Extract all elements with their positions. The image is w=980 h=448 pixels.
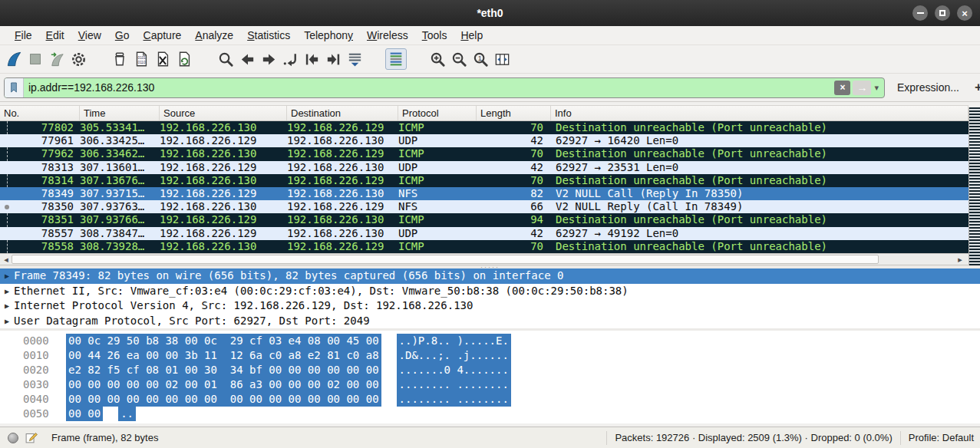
filter-history-caret[interactable]: ▾ bbox=[874, 83, 879, 93]
scroll-left-arrow[interactable]: ◂ bbox=[1, 254, 12, 265]
open-file-button[interactable] bbox=[109, 48, 130, 70]
packet-list-minimap-scrollbar[interactable] bbox=[968, 107, 980, 265]
hex-row-0010[interactable]: 001000 44 26 ea 00 00 3b 11 12 6a c0 a8 … bbox=[0, 348, 980, 363]
hex-ascii[interactable]: .. bbox=[118, 407, 136, 421]
close-file-button[interactable] bbox=[152, 48, 173, 70]
packet-row-78350[interactable]: 78350307.93763…192.168.226.130192.168.22… bbox=[0, 200, 968, 213]
reload-file-button[interactable] bbox=[173, 48, 195, 70]
expander-triangle-icon[interactable]: ▶ bbox=[0, 298, 14, 314]
hex-bytes[interactable]: 00 00 bbox=[66, 407, 103, 421]
column-header-info[interactable]: Info bbox=[551, 106, 968, 120]
hex-ascii[interactable]: .D&...;. .j...... bbox=[397, 348, 511, 363]
menu-statistics[interactable]: Statistics bbox=[240, 28, 297, 43]
expander-triangle-icon[interactable]: ▶ bbox=[0, 268, 14, 284]
start-capture-button[interactable] bbox=[3, 48, 25, 70]
menu-telephony[interactable]: Telephony bbox=[297, 28, 360, 43]
menu-capture[interactable]: Capture bbox=[137, 28, 189, 43]
restart-capture-button[interactable] bbox=[46, 48, 68, 70]
column-header-destination[interactable]: Destination bbox=[287, 106, 398, 120]
close-button[interactable]: × bbox=[957, 5, 972, 21]
cell-len: 70 bbox=[477, 147, 551, 160]
packet-row-77802[interactable]: 77802305.53341…192.168.226.130192.168.22… bbox=[0, 121, 968, 134]
packet-row-78313[interactable]: 78313307.13601…192.168.226.129192.168.22… bbox=[0, 161, 968, 174]
resize-columns-button[interactable] bbox=[491, 48, 513, 70]
go-last-button[interactable] bbox=[322, 48, 344, 70]
minimize-button[interactable] bbox=[912, 5, 928, 21]
capture-comment-button[interactable] bbox=[25, 431, 38, 444]
go-to-packet-button[interactable] bbox=[279, 48, 301, 70]
hex-ascii[interactable]: ........ ........ bbox=[397, 377, 511, 392]
maximize-button[interactable] bbox=[935, 5, 950, 21]
menu-edit[interactable]: Edit bbox=[39, 28, 71, 43]
packet-row-78351[interactable]: 78351307.93766…192.168.226.129192.168.22… bbox=[0, 213, 968, 226]
packet-row-77961[interactable]: 77961306.33425…192.168.226.129192.168.22… bbox=[0, 134, 968, 147]
add-filter-button[interactable]: + bbox=[972, 80, 980, 95]
packet-row-77962[interactable]: 77962306.33462…192.168.226.130192.168.22… bbox=[0, 147, 968, 160]
menu-tools[interactable]: Tools bbox=[415, 28, 454, 43]
menu-wireless[interactable]: Wireless bbox=[360, 28, 415, 43]
detail-line-2[interactable]: ▶Internet Protocol Version 4, Src: 192.1… bbox=[0, 298, 980, 314]
find-packet-button[interactable] bbox=[215, 48, 236, 70]
hex-row-0000[interactable]: 000000 0c 29 50 b8 38 00 0c 29 cf 03 e4 … bbox=[0, 334, 980, 348]
packet-row-78349[interactable]: 78349307.93715…192.168.226.129192.168.22… bbox=[0, 187, 968, 200]
svg-text:0101: 0101 bbox=[138, 56, 147, 60]
hex-row-0040[interactable]: 004000 00 00 00 00 00 00 00 00 00 00 00 … bbox=[0, 392, 980, 407]
column-header-length[interactable]: Length bbox=[477, 106, 551, 120]
hex-bytes[interactable]: 00 0c 29 50 b8 38 00 0c 29 cf 03 e4 08 0… bbox=[66, 334, 381, 348]
colorize-button[interactable] bbox=[385, 48, 407, 70]
zoom-out-button[interactable] bbox=[448, 48, 470, 70]
display-filter-input[interactable]: ip.addr==192.168.226.130 × → ▾ bbox=[4, 77, 885, 98]
cell-proto: ICMP bbox=[398, 174, 477, 187]
expander-triangle-icon[interactable]: ▶ bbox=[0, 284, 14, 299]
hscroll-thumb[interactable] bbox=[12, 255, 879, 264]
zoom-in-button[interactable] bbox=[427, 48, 448, 70]
scroll-right-arrow[interactable]: ▸ bbox=[955, 254, 965, 265]
column-header-source[interactable]: Source bbox=[160, 106, 287, 120]
capture-options-button[interactable] bbox=[68, 48, 89, 70]
expander-triangle-icon[interactable]: ▶ bbox=[0, 314, 14, 329]
auto-scroll-button[interactable] bbox=[344, 48, 365, 70]
column-header-no[interactable]: No. bbox=[0, 106, 80, 120]
cell-info: V2 NULL Reply (Call In 78349) bbox=[551, 200, 968, 213]
menu-view[interactable]: View bbox=[71, 28, 108, 43]
save-file-button[interactable]: 01010110 bbox=[130, 48, 152, 70]
detail-line-0[interactable]: ▶Frame 78349: 82 bytes on wire (656 bits… bbox=[0, 268, 980, 284]
detail-line-3[interactable]: ▶User Datagram Protocol, Src Port: 62927… bbox=[0, 314, 980, 329]
packet-row-78314[interactable]: 78314307.13676…192.168.226.130192.168.22… bbox=[0, 174, 968, 187]
menu-analyze[interactable]: Analyze bbox=[188, 28, 240, 43]
expression-button[interactable]: Expression... bbox=[897, 81, 959, 94]
hex-ascii[interactable]: .......0 4....... bbox=[397, 363, 511, 377]
apply-filter-button[interactable]: → bbox=[853, 81, 871, 95]
clear-filter-button[interactable]: × bbox=[834, 81, 850, 95]
go-first-button[interactable] bbox=[301, 48, 322, 70]
hex-row-0030[interactable]: 003000 00 00 00 00 02 00 01 86 a3 00 00 … bbox=[0, 377, 980, 392]
menu-file[interactable]: File bbox=[8, 28, 39, 43]
column-header-protocol[interactable]: Protocol bbox=[398, 106, 477, 120]
hex-bytes[interactable]: 00 00 00 00 00 00 00 00 00 00 00 00 00 0… bbox=[66, 392, 381, 407]
column-header-time[interactable]: Time bbox=[80, 106, 160, 120]
hex-offset: 0040 bbox=[23, 392, 58, 407]
bookmark-icon[interactable] bbox=[5, 78, 24, 97]
hex-ascii[interactable]: ..)P.8.. ).....E. bbox=[397, 334, 511, 348]
menu-go[interactable]: Go bbox=[108, 28, 137, 43]
status-bar: Frame (frame), 82 bytes Packets: 192726 … bbox=[0, 427, 980, 448]
zoom-original-button[interactable]: 1 bbox=[470, 48, 491, 70]
restart-capture-icon bbox=[48, 51, 66, 68]
stop-capture-button[interactable] bbox=[25, 48, 46, 70]
status-profile-text[interactable]: Profile: Default bbox=[909, 432, 974, 443]
go-back-button[interactable] bbox=[236, 48, 258, 70]
hex-bytes[interactable]: 00 00 00 00 00 02 00 01 86 a3 00 00 00 0… bbox=[66, 377, 381, 392]
detail-line-1[interactable]: ▶Ethernet II, Src: Vmware_cf:03:e4 (00:0… bbox=[0, 284, 980, 299]
hex-bytes[interactable]: 00 44 26 ea 00 00 3b 11 12 6a c0 a8 e2 8… bbox=[66, 348, 381, 363]
hex-ascii[interactable]: ........ ........ bbox=[397, 392, 511, 407]
hex-row-0050[interactable]: 005000 00.. bbox=[0, 407, 980, 421]
packet-row-78558[interactable]: 78558308.73928…192.168.226.130192.168.22… bbox=[0, 240, 968, 253]
menu-help[interactable]: Help bbox=[454, 28, 490, 43]
expert-info-button[interactable] bbox=[8, 433, 18, 443]
hex-row-0020[interactable]: 0020e2 82 f5 cf 08 01 00 30 34 bf 00 00 … bbox=[0, 363, 980, 377]
packet-details-pane: ▶Frame 78349: 82 bytes on wire (656 bits… bbox=[0, 268, 980, 328]
cell-dst: 192.168.226.129 bbox=[287, 121, 398, 134]
hex-bytes[interactable]: e2 82 f5 cf 08 01 00 30 34 bf 00 00 00 0… bbox=[66, 363, 381, 377]
packet-row-78557[interactable]: 78557308.73847…192.168.226.129192.168.22… bbox=[0, 227, 968, 240]
go-forward-button[interactable] bbox=[258, 48, 279, 70]
